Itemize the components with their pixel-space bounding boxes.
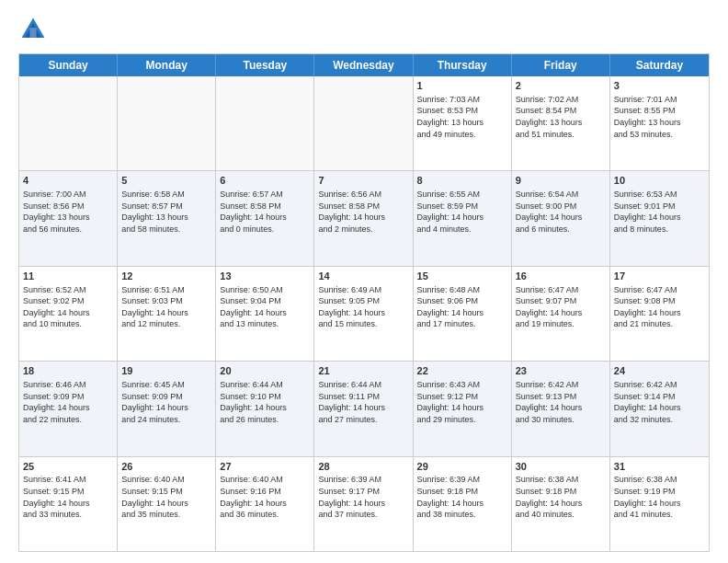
- cal-cell: 3Sunrise: 7:01 AM Sunset: 8:55 PM Daylig…: [610, 76, 709, 170]
- cal-cell: 17Sunrise: 6:47 AM Sunset: 9:08 PM Dayli…: [610, 267, 709, 361]
- day-number: 16: [516, 270, 606, 283]
- cal-cell: [314, 76, 413, 170]
- week-row-4: 18Sunrise: 6:46 AM Sunset: 9:09 PM Dayli…: [19, 362, 709, 456]
- day-info: Sunrise: 6:43 AM Sunset: 9:12 PM Dayligh…: [417, 379, 507, 425]
- day-info: Sunrise: 7:03 AM Sunset: 8:53 PM Dayligh…: [417, 94, 507, 140]
- day-info: Sunrise: 6:48 AM Sunset: 9:06 PM Dayligh…: [417, 284, 507, 330]
- day-number: 29: [417, 460, 507, 474]
- cal-cell: 4Sunrise: 7:00 AM Sunset: 8:56 PM Daylig…: [19, 171, 118, 265]
- cal-cell: [118, 76, 216, 170]
- day-number: 24: [614, 364, 705, 378]
- cal-cell: 18Sunrise: 6:46 AM Sunset: 9:09 PM Dayli…: [19, 362, 118, 455]
- day-number: 25: [23, 460, 113, 474]
- day-info: Sunrise: 6:53 AM Sunset: 9:01 PM Dayligh…: [614, 189, 705, 235]
- cal-cell: 15Sunrise: 6:48 AM Sunset: 9:06 PM Dayli…: [414, 267, 512, 361]
- day-number: 4: [23, 174, 113, 188]
- calendar-header: SundayMondayTuesdayWednesdayThursdayFrid…: [19, 54, 709, 76]
- day-number: 17: [614, 270, 705, 283]
- cal-cell: 28Sunrise: 6:39 AM Sunset: 9:17 PM Dayli…: [314, 457, 413, 551]
- header-day-saturday: Saturday: [610, 54, 709, 76]
- day-number: 19: [121, 364, 211, 378]
- week-row-2: 4Sunrise: 7:00 AM Sunset: 8:56 PM Daylig…: [19, 171, 709, 266]
- day-info: Sunrise: 7:00 AM Sunset: 8:56 PM Dayligh…: [23, 189, 113, 235]
- cal-cell: 21Sunrise: 6:44 AM Sunset: 9:11 PM Dayli…: [314, 362, 413, 455]
- day-number: 30: [516, 460, 606, 474]
- day-number: 23: [516, 364, 606, 378]
- cal-cell: 1Sunrise: 7:03 AM Sunset: 8:53 PM Daylig…: [414, 76, 512, 170]
- cal-cell: 8Sunrise: 6:55 AM Sunset: 8:59 PM Daylig…: [414, 171, 512, 265]
- day-info: Sunrise: 6:42 AM Sunset: 9:14 PM Dayligh…: [614, 379, 705, 425]
- day-info: Sunrise: 6:56 AM Sunset: 8:58 PM Dayligh…: [318, 189, 408, 235]
- cal-cell: 10Sunrise: 6:53 AM Sunset: 9:01 PM Dayli…: [610, 171, 709, 265]
- day-number: 3: [614, 79, 705, 93]
- logo-icon: [18, 15, 48, 44]
- calendar-body: 1Sunrise: 7:03 AM Sunset: 8:53 PM Daylig…: [19, 76, 709, 551]
- week-row-1: 1Sunrise: 7:03 AM Sunset: 8:53 PM Daylig…: [19, 76, 709, 171]
- day-number: 18: [23, 364, 113, 378]
- cal-cell: 7Sunrise: 6:56 AM Sunset: 8:58 PM Daylig…: [314, 171, 413, 265]
- svg-rect-2: [29, 28, 36, 38]
- day-number: 1: [417, 79, 507, 93]
- day-number: 11: [23, 270, 113, 283]
- cal-cell: 14Sunrise: 6:49 AM Sunset: 9:05 PM Dayli…: [314, 267, 413, 361]
- day-number: 21: [318, 364, 408, 378]
- cal-cell: 2Sunrise: 7:02 AM Sunset: 8:54 PM Daylig…: [512, 76, 610, 170]
- cal-cell: 23Sunrise: 6:42 AM Sunset: 9:13 PM Dayli…: [512, 362, 610, 455]
- day-info: Sunrise: 6:54 AM Sunset: 9:00 PM Dayligh…: [516, 189, 606, 235]
- page: SundayMondayTuesdayWednesdayThursdayFrid…: [0, 0, 728, 563]
- day-number: 12: [121, 270, 211, 283]
- day-info: Sunrise: 6:41 AM Sunset: 9:15 PM Dayligh…: [23, 474, 113, 520]
- day-info: Sunrise: 6:52 AM Sunset: 9:02 PM Dayligh…: [23, 284, 113, 330]
- day-info: Sunrise: 6:40 AM Sunset: 9:16 PM Dayligh…: [220, 474, 310, 520]
- cal-cell: 19Sunrise: 6:45 AM Sunset: 9:09 PM Dayli…: [118, 362, 216, 455]
- day-info: Sunrise: 6:45 AM Sunset: 9:09 PM Dayligh…: [121, 379, 211, 425]
- day-number: 15: [417, 270, 507, 283]
- week-row-5: 25Sunrise: 6:41 AM Sunset: 9:15 PM Dayli…: [19, 457, 709, 551]
- cal-cell: 5Sunrise: 6:58 AM Sunset: 8:57 PM Daylig…: [118, 171, 216, 265]
- week-row-3: 11Sunrise: 6:52 AM Sunset: 9:02 PM Dayli…: [19, 267, 709, 362]
- day-number: 6: [220, 174, 310, 188]
- day-info: Sunrise: 6:44 AM Sunset: 9:11 PM Dayligh…: [318, 379, 408, 425]
- day-info: Sunrise: 6:38 AM Sunset: 9:18 PM Dayligh…: [516, 474, 606, 520]
- logo: [18, 15, 51, 44]
- cal-cell: [216, 76, 314, 170]
- day-info: Sunrise: 6:44 AM Sunset: 9:10 PM Dayligh…: [220, 379, 310, 425]
- cal-cell: 27Sunrise: 6:40 AM Sunset: 9:16 PM Dayli…: [216, 457, 314, 551]
- day-info: Sunrise: 6:47 AM Sunset: 9:07 PM Dayligh…: [516, 284, 606, 330]
- header-day-monday: Monday: [118, 54, 216, 76]
- day-number: 5: [121, 174, 211, 188]
- cal-cell: 16Sunrise: 6:47 AM Sunset: 9:07 PM Dayli…: [512, 267, 610, 361]
- day-info: Sunrise: 7:01 AM Sunset: 8:55 PM Dayligh…: [614, 94, 705, 140]
- day-info: Sunrise: 6:39 AM Sunset: 9:17 PM Dayligh…: [318, 474, 408, 520]
- cal-cell: 31Sunrise: 6:38 AM Sunset: 9:19 PM Dayli…: [610, 457, 709, 551]
- day-info: Sunrise: 6:47 AM Sunset: 9:08 PM Dayligh…: [614, 284, 705, 330]
- day-info: Sunrise: 6:57 AM Sunset: 8:58 PM Dayligh…: [220, 189, 310, 235]
- day-info: Sunrise: 6:46 AM Sunset: 9:09 PM Dayligh…: [23, 379, 113, 425]
- day-number: 8: [417, 174, 507, 188]
- cal-cell: [19, 76, 118, 170]
- day-number: 22: [417, 364, 507, 378]
- cal-cell: 11Sunrise: 6:52 AM Sunset: 9:02 PM Dayli…: [19, 267, 118, 361]
- header: [18, 15, 710, 44]
- calendar: SundayMondayTuesdayWednesdayThursdayFrid…: [18, 53, 710, 552]
- cal-cell: 12Sunrise: 6:51 AM Sunset: 9:03 PM Dayli…: [118, 267, 216, 361]
- day-info: Sunrise: 6:39 AM Sunset: 9:18 PM Dayligh…: [417, 474, 507, 520]
- day-number: 9: [516, 174, 606, 188]
- header-day-wednesday: Wednesday: [314, 54, 413, 76]
- cal-cell: 24Sunrise: 6:42 AM Sunset: 9:14 PM Dayli…: [610, 362, 709, 455]
- day-number: 28: [318, 460, 408, 474]
- day-info: Sunrise: 6:40 AM Sunset: 9:15 PM Dayligh…: [121, 474, 211, 520]
- cal-cell: 6Sunrise: 6:57 AM Sunset: 8:58 PM Daylig…: [216, 171, 314, 265]
- cal-cell: 13Sunrise: 6:50 AM Sunset: 9:04 PM Dayli…: [216, 267, 314, 361]
- cal-cell: 22Sunrise: 6:43 AM Sunset: 9:12 PM Dayli…: [414, 362, 512, 455]
- cal-cell: 30Sunrise: 6:38 AM Sunset: 9:18 PM Dayli…: [512, 457, 610, 551]
- day-number: 20: [220, 364, 310, 378]
- header-day-friday: Friday: [512, 54, 610, 76]
- day-number: 31: [614, 460, 705, 474]
- cal-cell: 25Sunrise: 6:41 AM Sunset: 9:15 PM Dayli…: [19, 457, 118, 551]
- day-number: 10: [614, 174, 705, 188]
- cal-cell: 26Sunrise: 6:40 AM Sunset: 9:15 PM Dayli…: [118, 457, 216, 551]
- day-info: Sunrise: 6:38 AM Sunset: 9:19 PM Dayligh…: [614, 474, 705, 520]
- header-day-tuesday: Tuesday: [216, 54, 314, 76]
- day-info: Sunrise: 6:58 AM Sunset: 8:57 PM Dayligh…: [121, 189, 211, 235]
